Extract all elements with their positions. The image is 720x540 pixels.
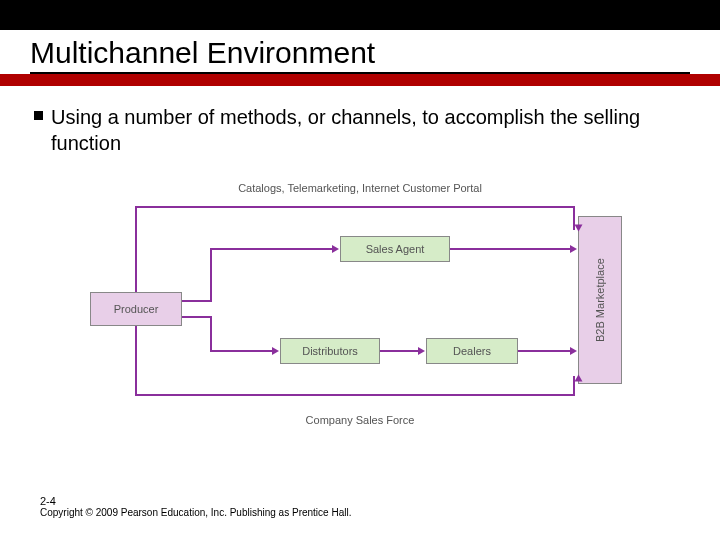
arrow-segment xyxy=(135,326,137,394)
arrow-segment xyxy=(135,394,575,396)
bullet-item: Using a number of methods, or channels, … xyxy=(34,104,686,156)
arrow-segment xyxy=(450,248,571,250)
arrowhead-icon xyxy=(575,375,583,382)
arrow-segment xyxy=(182,300,212,302)
arrowhead-icon xyxy=(570,347,577,355)
channel-diagram: Catalogs, Telemarketing, Internet Custom… xyxy=(80,184,640,444)
arrowhead-icon xyxy=(332,245,339,253)
bullet-square-icon xyxy=(34,111,43,120)
page-number: 2-4 xyxy=(40,495,351,507)
arrow-segment xyxy=(380,350,419,352)
arrow-segment xyxy=(210,248,212,302)
arrowhead-icon xyxy=(570,245,577,253)
arrow-segment xyxy=(135,206,137,292)
node-b2b-marketplace: B2B Marketplace xyxy=(578,216,622,384)
arrowhead-icon xyxy=(575,225,583,232)
content-area: Using a number of methods, or channels, … xyxy=(0,86,720,444)
arrow-segment xyxy=(210,350,273,352)
diagram-bottom-label: Company Sales Force xyxy=(270,414,450,426)
arrow-segment xyxy=(135,206,575,208)
bullet-text: Using a number of methods, or channels, … xyxy=(51,104,686,156)
arrow-segment xyxy=(518,350,571,352)
arrow-segment xyxy=(210,316,212,352)
red-accent-bar xyxy=(0,74,720,86)
top-black-bar xyxy=(0,0,720,30)
node-dealers: Dealers xyxy=(426,338,518,364)
arrow-segment xyxy=(210,248,333,250)
node-producer: Producer xyxy=(90,292,182,326)
diagram-top-label: Catalogs, Telemarketing, Internet Custom… xyxy=(230,182,490,194)
slide-title: Multichannel Environment xyxy=(30,36,690,74)
footer: 2-4 Copyright © 2009 Pearson Education, … xyxy=(40,495,351,518)
title-area: Multichannel Environment xyxy=(0,30,720,74)
node-distributors: Distributors xyxy=(280,338,380,364)
arrow-segment xyxy=(182,316,212,318)
copyright-text: Copyright © 2009 Pearson Education, Inc.… xyxy=(40,507,351,518)
arrowhead-icon xyxy=(272,347,279,355)
arrowhead-icon xyxy=(418,347,425,355)
node-sales-agent: Sales Agent xyxy=(340,236,450,262)
